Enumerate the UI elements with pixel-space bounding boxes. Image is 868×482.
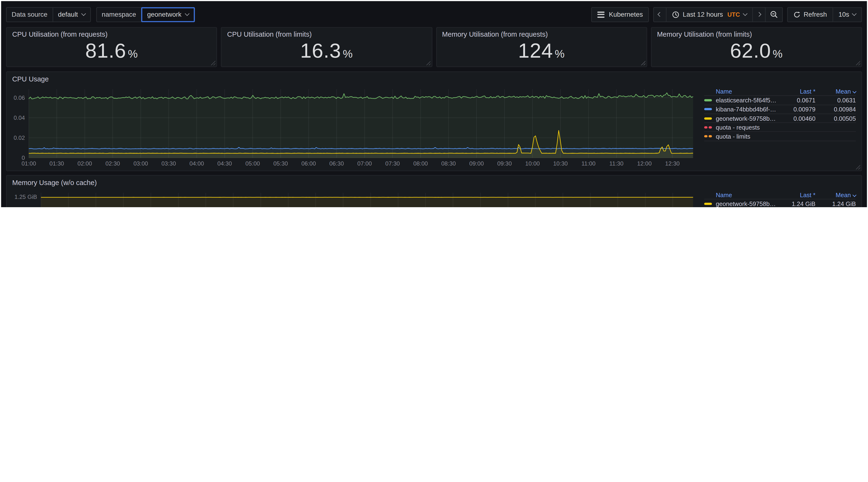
timeseries-svg: 00.020.040.0601:0001:3002:0002:3003:0003… [10, 86, 696, 169]
svg-text:11:00: 11:00 [582, 160, 595, 167]
zoom-out-button[interactable] [766, 7, 782, 22]
legend-sort-name[interactable]: Name [716, 191, 777, 198]
legend-mean-value: 0.00984 [819, 106, 856, 113]
svg-text:01:00: 01:00 [22, 160, 36, 167]
stat-panel-memory-requests: Memory Utilisation (from requests) 124% [436, 27, 647, 67]
svg-text:10:00: 10:00 [525, 160, 540, 167]
memory-usage-chart[interactable]: 256 MiB512 MiB768 MiB1 GiB1.25 GiB01:000… [10, 189, 696, 207]
svg-text:09:30: 09:30 [497, 160, 512, 167]
refresh-interval-value: 10s [838, 10, 849, 18]
namespace-value-dropdown[interactable]: geonetwork [141, 7, 195, 22]
legend-series-name[interactable]: elasticsearch-5f64f5ff7c-28lst [716, 97, 777, 103]
stat-unit: % [773, 48, 783, 60]
panel-title[interactable]: CPU Usage [7, 72, 861, 86]
menu-icon [597, 11, 604, 18]
datasource-label: Data source [7, 7, 53, 21]
legend-series-name[interactable]: geonetwork-59758bd4bf-k667h [716, 201, 777, 207]
series-color-swatch[interactable] [704, 203, 712, 205]
series-color-swatch[interactable] [704, 117, 712, 119]
time-range-label: Last 12 hours [683, 10, 723, 18]
legend-series-name[interactable]: quota - limits [716, 133, 777, 140]
legend-series-name[interactable]: quota - requests [716, 124, 777, 131]
timeseries-svg: 256 MiB512 MiB768 MiB1 GiB1.25 GiB01:000… [10, 189, 696, 207]
stat-value: 16.3% [222, 37, 432, 65]
legend-mean-value: 0.0631 [819, 97, 856, 103]
svg-text:06:00: 06:00 [301, 160, 316, 167]
legend-row: geonetwork-59758bd4bf-k667h 0.00460 0.00… [704, 114, 856, 123]
stat-value: 124% [436, 37, 646, 65]
chevron-down-icon [852, 11, 857, 16]
legend-sort-name[interactable]: Name [716, 88, 777, 94]
legend-mean-value: 0.00505 [819, 115, 856, 122]
svg-text:0.06: 0.06 [13, 94, 25, 101]
timezone-label: UTC [727, 11, 740, 18]
dashboard-submenu-bar: Data source default namespace geonetwork… [6, 4, 862, 25]
series-color-swatch[interactable] [704, 108, 712, 110]
legend-sort-mean[interactable]: Mean [819, 88, 856, 94]
refresh-button[interactable]: Refresh [787, 7, 833, 22]
svg-text:0.02: 0.02 [13, 134, 25, 141]
datasource-value-dropdown[interactable]: default [53, 7, 90, 21]
chevron-down-icon [743, 11, 747, 16]
svg-text:0.04: 0.04 [13, 115, 25, 121]
chevron-down-icon [81, 11, 86, 16]
legend-last-value: 1.24 GiB [781, 201, 815, 207]
time-controls: Last 12 hours UTC [653, 7, 782, 22]
sort-desc-icon [852, 89, 856, 93]
legend-header-row: Name Last * Mean [704, 87, 856, 96]
chevron-right-icon [756, 12, 761, 17]
stat-panel-cpu-requests: CPU Utilisation (from requests) 81.6% [6, 27, 217, 67]
stat-unit: % [555, 48, 565, 60]
svg-text:06:30: 06:30 [330, 160, 344, 167]
legend-series-name[interactable]: geonetwork-59758bd4bf-k667h [716, 115, 777, 122]
legend-sort-last[interactable]: Last * [781, 191, 815, 198]
chevron-down-icon [185, 11, 189, 16]
kubernetes-menu-button[interactable]: Kubernetes [591, 7, 649, 22]
svg-text:04:30: 04:30 [217, 160, 232, 167]
svg-text:11:30: 11:30 [609, 160, 623, 167]
legend-row: kibana-74bbbd4b6f-2krn8 0.00979 0.00984 [704, 105, 856, 114]
svg-text:07:30: 07:30 [385, 160, 400, 167]
memory-usage-legend: Name Last * Mean geonetwork-59758bd4bf-k… [696, 189, 858, 207]
svg-text:03:30: 03:30 [161, 160, 176, 167]
cpu-usage-legend: Name Last * Mean elasticsearch-5f64f5ff7… [696, 86, 858, 169]
legend-sort-mean[interactable]: Mean [819, 191, 856, 198]
grafana-dashboard: Data source default namespace geonetwork… [0, 0, 868, 207]
svg-text:12:00: 12:00 [637, 160, 652, 167]
legend-sort-last[interactable]: Last * [781, 88, 815, 94]
refresh-interval-dropdown[interactable]: 10s [833, 7, 862, 22]
svg-text:03:00: 03:00 [133, 160, 148, 167]
series-color-swatch[interactable] [704, 135, 712, 138]
stat-unit: % [343, 48, 353, 60]
namespace-label: namespace [97, 7, 142, 21]
panel-cpu-usage: CPU Usage 00.020.040.0601:0001:3002:0002… [6, 71, 862, 171]
datasource-value: default [58, 10, 78, 18]
refresh-label: Refresh [804, 10, 827, 18]
time-range-picker[interactable]: Last 12 hours UTC [666, 7, 752, 22]
stat-panel-cpu-limits: CPU Utilisation (from limits) 16.3% [221, 27, 432, 67]
svg-text:1.25 GiB: 1.25 GiB [14, 193, 37, 200]
legend-header-row: Name Last * Mean [704, 190, 856, 200]
svg-text:0: 0 [22, 155, 25, 161]
legend-last-value: 0.00460 [781, 115, 815, 122]
time-shift-forward-button[interactable] [752, 7, 765, 22]
stat-value: 81.6% [7, 37, 217, 65]
svg-text:04:00: 04:00 [189, 160, 204, 167]
datasource-picker: Data source default [6, 7, 91, 22]
legend-series-name[interactable]: kibana-74bbbd4b6f-2krn8 [716, 106, 777, 113]
chevron-left-icon [658, 12, 662, 17]
zoom-out-icon [770, 10, 778, 18]
refresh-controls: Refresh 10s [787, 7, 862, 22]
panel-title[interactable]: Memory Usage (w/o cache) [7, 176, 861, 189]
stat-panels-row: CPU Utilisation (from requests) 81.6% CP… [6, 27, 862, 67]
sort-desc-icon [852, 193, 856, 197]
series-color-swatch[interactable] [704, 99, 712, 101]
series-color-swatch[interactable] [704, 126, 712, 128]
svg-text:02:00: 02:00 [78, 160, 92, 167]
svg-text:08:00: 08:00 [413, 160, 428, 167]
legend-row: quota - requests [704, 123, 856, 132]
svg-text:05:30: 05:30 [274, 160, 288, 167]
cpu-usage-chart[interactable]: 00.020.040.0601:0001:3002:0002:3003:0003… [10, 86, 696, 169]
namespace-picker: namespace geonetwork [96, 7, 195, 22]
time-shift-back-button[interactable] [653, 7, 666, 22]
